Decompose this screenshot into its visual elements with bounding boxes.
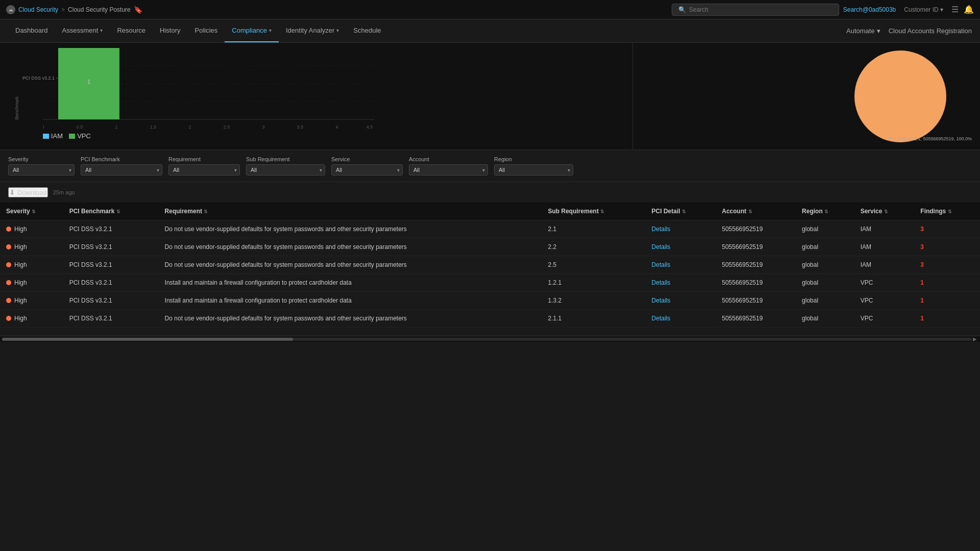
col-sub-requirement[interactable]: Sub Requirement ⇅ bbox=[542, 203, 646, 220]
sort-req[interactable]: ⇅ bbox=[204, 209, 208, 214]
cell-severity-2: High bbox=[0, 256, 63, 274]
service-filter-group: Service All IAM VPC bbox=[331, 156, 403, 176]
pci-filter-select[interactable]: All PCI DSS v3.2.1 bbox=[81, 164, 162, 176]
region-filter-select[interactable]: All global bbox=[494, 164, 573, 176]
bar-chart-container: Benchmark PCI DSS v3.2.1 - In...ct cardh… bbox=[8, 48, 624, 140]
sort-pci-detail[interactable]: ⇅ bbox=[682, 209, 686, 214]
col-service[interactable]: Service ⇅ bbox=[854, 203, 915, 220]
sub-requirement-filter-group: Sub Requirement All bbox=[246, 156, 325, 176]
compliance-label: Compliance bbox=[232, 27, 267, 34]
findings-table: Severity ⇅ PCI Benchmark ⇅ Requirement ⇅… bbox=[0, 203, 980, 328]
pci-filter-wrap[interactable]: All PCI DSS v3.2.1 bbox=[81, 164, 162, 176]
cell-account-0: 505566952519 bbox=[716, 220, 796, 238]
scrollbar-thumb[interactable] bbox=[2, 338, 293, 341]
req-filter-select[interactable]: All bbox=[168, 164, 240, 176]
service-filter-wrap[interactable]: All IAM VPC bbox=[331, 164, 403, 176]
svg-text:1.5: 1.5 bbox=[150, 124, 157, 130]
details-link-3[interactable]: Details bbox=[652, 279, 671, 286]
automate-button[interactable]: Automate ▾ bbox=[846, 27, 880, 35]
severity-dot-3 bbox=[6, 280, 11, 285]
sort-region[interactable]: ⇅ bbox=[824, 209, 828, 214]
top-bar-right: Search@0ad5003b Customer ID ▾ ☰ 🔔 bbox=[843, 5, 974, 14]
breadcrumb-cloud-security[interactable]: Cloud Security bbox=[18, 6, 58, 13]
cell-sub-requirement-5: 2.1.1 bbox=[542, 310, 646, 328]
col-account[interactable]: Account ⇅ bbox=[716, 203, 796, 220]
svg-text:3.5: 3.5 bbox=[297, 124, 304, 130]
details-link-5[interactable]: Details bbox=[652, 315, 671, 322]
nav-item-identity-analyzer[interactable]: Identity Analyzer ▾ bbox=[279, 19, 346, 42]
cell-pci-detail-2[interactable]: Details bbox=[646, 256, 716, 274]
download-label: Download bbox=[17, 189, 47, 196]
cloud-accounts-button[interactable]: Cloud Accounts Registration bbox=[889, 27, 972, 35]
severity-dot-5 bbox=[6, 316, 11, 321]
cell-requirement-4: Install and maintain a firewall configur… bbox=[159, 292, 542, 310]
col-pci-benchmark[interactable]: PCI Benchmark ⇅ bbox=[63, 203, 159, 220]
nav-item-assessment[interactable]: Assessment ▾ bbox=[55, 19, 110, 42]
top-bar: ☁ Cloud Security > Cloud Security Postur… bbox=[0, 0, 980, 19]
cell-pci-detail-1[interactable]: Details bbox=[646, 238, 716, 256]
details-link-4[interactable]: Details bbox=[652, 297, 671, 304]
cell-pci-detail-4[interactable]: Details bbox=[646, 292, 716, 310]
scrollbar-track[interactable] bbox=[2, 338, 972, 341]
nav-item-schedule[interactable]: Schedule bbox=[346, 19, 388, 42]
cell-pci-detail-5[interactable]: Details bbox=[646, 310, 716, 328]
sort-subreq[interactable]: ⇅ bbox=[600, 209, 604, 214]
sort-severity[interactable]: ⇅ bbox=[32, 209, 36, 214]
nav-item-history[interactable]: History bbox=[153, 19, 187, 42]
region-filter-wrap[interactable]: All global bbox=[494, 164, 573, 176]
severity-filter-select[interactable]: All High Medium Low bbox=[8, 164, 75, 176]
service-filter-select[interactable]: All IAM VPC bbox=[331, 164, 403, 176]
details-link-2[interactable]: Details bbox=[652, 261, 671, 268]
cell-requirement-5: Do not use vendor-supplied defaults for … bbox=[159, 310, 542, 328]
cell-severity-0: High bbox=[0, 220, 63, 238]
sort-findings[interactable]: ⇅ bbox=[948, 209, 952, 214]
findings-value-5: 1 bbox=[920, 315, 924, 322]
search-input[interactable] bbox=[689, 6, 832, 13]
notifications-icon[interactable]: 🔔 bbox=[964, 5, 974, 14]
req-filter-wrap[interactable]: All bbox=[168, 164, 240, 176]
svg-text:4.5: 4.5 bbox=[366, 124, 373, 130]
subreq-filter-select[interactable]: All bbox=[246, 164, 325, 176]
col-pci-detail[interactable]: PCI Detail ⇅ bbox=[646, 203, 716, 220]
svg-text:2: 2 bbox=[188, 124, 191, 130]
cell-sub-requirement-4: 1.3.2 bbox=[542, 292, 646, 310]
table-row: High PCI DSS v3.2.1 Install and maintain… bbox=[0, 292, 980, 310]
details-link-0[interactable]: Details bbox=[652, 226, 671, 233]
automate-label: Automate bbox=[846, 27, 875, 35]
sort-account[interactable]: ⇅ bbox=[748, 209, 752, 214]
nav-item-policies[interactable]: Policies bbox=[188, 19, 225, 42]
svg-text:4: 4 bbox=[335, 124, 338, 130]
customer-id-button[interactable]: Customer ID ▾ bbox=[904, 6, 943, 13]
cell-pci-detail-0[interactable]: Details bbox=[646, 220, 716, 238]
bookmark-icon[interactable]: 🔖 bbox=[134, 6, 142, 14]
nav-item-compliance[interactable]: Compliance ▾ bbox=[225, 19, 279, 42]
findings-value-3: 1 bbox=[920, 279, 924, 286]
scroll-right-arrow[interactable]: ▶ bbox=[972, 336, 978, 342]
cell-requirement-2: Do not use vendor-supplied defaults for … bbox=[159, 256, 542, 274]
messages-icon[interactable]: ☰ bbox=[951, 5, 959, 14]
svg-text:1: 1 bbox=[115, 124, 117, 130]
sort-pci[interactable]: ⇅ bbox=[116, 209, 120, 214]
col-region[interactable]: Region ⇅ bbox=[796, 203, 854, 220]
account-filter-wrap[interactable]: All 505566952519 bbox=[409, 164, 488, 176]
sort-service[interactable]: ⇅ bbox=[884, 209, 888, 214]
region-filter-label: Region bbox=[494, 156, 573, 162]
download-button[interactable]: ⬇ Download bbox=[8, 187, 48, 197]
search-bar[interactable]: 🔍 bbox=[672, 4, 839, 16]
cell-pci-detail-3[interactable]: Details bbox=[646, 274, 716, 292]
nav-item-dashboard[interactable]: Dashboard bbox=[8, 19, 55, 42]
col-requirement[interactable]: Requirement ⇅ bbox=[159, 203, 542, 220]
nav-item-resource[interactable]: Resource bbox=[110, 19, 153, 42]
account-filter-select[interactable]: All 505566952519 bbox=[409, 164, 488, 176]
pie-chart-svg bbox=[834, 48, 967, 145]
col-severity[interactable]: Severity ⇅ bbox=[0, 203, 63, 220]
cell-account-2: 505566952519 bbox=[716, 256, 796, 274]
search-icon: 🔍 bbox=[678, 6, 686, 13]
cell-region-1: global bbox=[796, 238, 854, 256]
severity-filter-wrap[interactable]: All High Medium Low bbox=[8, 164, 75, 176]
col-findings[interactable]: Findings ⇅ bbox=[914, 203, 980, 220]
details-link-1[interactable]: Details bbox=[652, 243, 671, 251]
pie-chart-wrapper: PCI DSS v3.2.1, 505566952519, 100.0% bbox=[829, 51, 972, 142]
subreq-filter-wrap[interactable]: All bbox=[246, 164, 325, 176]
bar-value-label: 1 bbox=[87, 79, 90, 85]
